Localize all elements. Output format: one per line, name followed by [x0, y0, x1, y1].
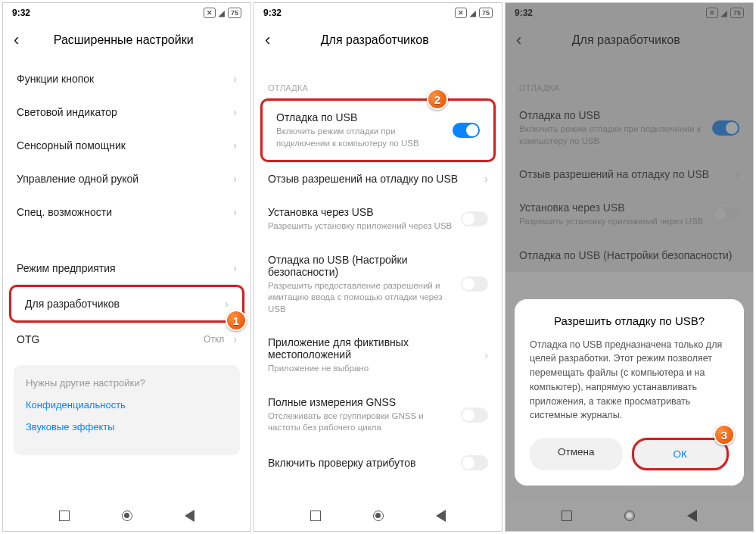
- row-revoke-usb[interactable]: Отзыв разрешений на отладку по USB›: [254, 162, 502, 195]
- page-title: Для разработчиков: [281, 33, 491, 47]
- nav-recents-icon[interactable]: [310, 511, 321, 521]
- nav-recents-icon[interactable]: [59, 511, 70, 521]
- mute-icon: ✕: [204, 8, 216, 18]
- row-usb-security[interactable]: Отладка по USB (Настройки безопасности)Р…: [254, 243, 502, 326]
- chevron-right-icon: ›: [484, 173, 488, 185]
- chevron-right-icon: ›: [233, 333, 237, 345]
- suggestions-title: Нужны другие настройки?: [26, 377, 228, 389]
- nav-back-icon[interactable]: [687, 510, 697, 522]
- nav-recents-icon[interactable]: [562, 511, 572, 521]
- row-touch-assistant[interactable]: Сенсорный помощник›: [3, 129, 250, 162]
- row-one-hand[interactable]: Управление одной рукой›: [3, 162, 250, 195]
- toggle-install-usb[interactable]: [461, 211, 488, 226]
- row-otg[interactable]: OTGОткл›: [3, 323, 250, 356]
- row-mock-location[interactable]: Приложение для фиктивных местоположенийП…: [254, 326, 502, 386]
- row-light-indicator[interactable]: Световой индикатор›: [3, 95, 250, 129]
- nav-bar: [254, 501, 502, 531]
- row-button-functions[interactable]: Функции кнопок›: [3, 62, 250, 95]
- wifi-icon: ◢: [219, 9, 225, 17]
- phone-screen-3: 9:32 ✕◢75 ‹ Для разработчиков ОТЛАДКА От…: [505, 2, 754, 532]
- toggle-usb-security[interactable]: [461, 276, 488, 292]
- back-icon[interactable]: ‹: [14, 30, 19, 50]
- battery-icon: 75: [479, 8, 493, 18]
- row-developer-options[interactable]: Для разработчиков› 1: [9, 285, 244, 323]
- battery-icon: 75: [228, 8, 241, 18]
- chevron-right-icon: ›: [233, 139, 237, 151]
- status-bar: 9:32 ✕◢75: [254, 3, 502, 23]
- nav-bar: [506, 501, 753, 531]
- chevron-right-icon: ›: [233, 206, 237, 218]
- dialog-title: Разрешить отладку по USB?: [530, 314, 729, 327]
- row-accessibility[interactable]: Спец. возможности›: [3, 195, 250, 229]
- chevron-right-icon: ›: [225, 298, 229, 310]
- header: ‹ Для разработчиков: [254, 23, 502, 62]
- suggestions-card: Нужны другие настройки? Конфиденциальнос…: [14, 365, 240, 455]
- nav-home-icon[interactable]: [624, 511, 635, 521]
- mute-icon: ✕: [455, 8, 467, 18]
- row-gnss[interactable]: Полные измерения GNSSОтслеживать все гру…: [254, 386, 502, 445]
- nav-bar: [3, 501, 250, 531]
- link-sound-effects[interactable]: Звуковые эффекты: [26, 421, 228, 433]
- phone-screen-1: 9:32 ✕◢75 ‹ Расширенные настройки Функци…: [2, 2, 251, 532]
- chevron-right-icon: ›: [233, 173, 237, 185]
- row-enterprise[interactable]: Режим предприятия›: [3, 251, 250, 285]
- status-time: 9:32: [263, 8, 282, 18]
- chevron-right-icon: ›: [233, 262, 237, 274]
- page-title: Расширенные настройки: [30, 33, 240, 47]
- content: ОТЛАДКА Отладка по USBВключить режим отл…: [254, 62, 502, 501]
- toggle-usb-debugging[interactable]: [453, 123, 480, 138]
- content: Функции кнопок› Световой индикатор› Сенс…: [3, 62, 250, 501]
- chevron-right-icon: ›: [484, 349, 488, 361]
- nav-home-icon[interactable]: [373, 511, 384, 521]
- phone-screen-2: 9:32 ✕◢75 ‹ Для разработчиков ОТЛАДКА От…: [254, 2, 502, 532]
- nav-back-icon[interactable]: [185, 510, 194, 522]
- cancel-button[interactable]: Отмена: [530, 438, 623, 470]
- chevron-right-icon: ›: [233, 73, 237, 85]
- header: ‹ Расширенные настройки: [3, 23, 250, 62]
- ok-button[interactable]: ОК: [632, 438, 730, 470]
- usb-debug-dialog: Разрешить отладку по USB? Отладка по USB…: [515, 299, 744, 486]
- nav-home-icon[interactable]: [122, 511, 132, 521]
- row-attr-check[interactable]: Включить проверку атрибутов: [254, 445, 502, 481]
- section-header: ОТЛАДКА: [254, 62, 502, 98]
- callout-badge-3: 3: [714, 424, 735, 445]
- back-icon[interactable]: ‹: [265, 30, 270, 50]
- toggle-gnss[interactable]: [461, 408, 488, 423]
- nav-back-icon[interactable]: [436, 510, 446, 522]
- link-privacy[interactable]: Конфиденциальность: [26, 399, 228, 411]
- chevron-right-icon: ›: [233, 106, 237, 118]
- status-time: 9:32: [12, 8, 30, 18]
- toggle-attr-check[interactable]: [461, 455, 488, 470]
- dialog-overlay: Разрешить отладку по USB? Отладка по USB…: [506, 3, 753, 531]
- status-bar: 9:32 ✕◢75: [3, 3, 250, 23]
- row-install-usb[interactable]: Установка через USBРазрешить установку п…: [254, 195, 502, 243]
- row-usb-debugging[interactable]: Отладка по USBВключить режим отладки при…: [260, 98, 496, 162]
- dialog-body: Отладка по USB предназначена только для …: [530, 338, 729, 423]
- callout-badge-2: 2: [427, 89, 448, 110]
- wifi-icon: ◢: [470, 9, 476, 17]
